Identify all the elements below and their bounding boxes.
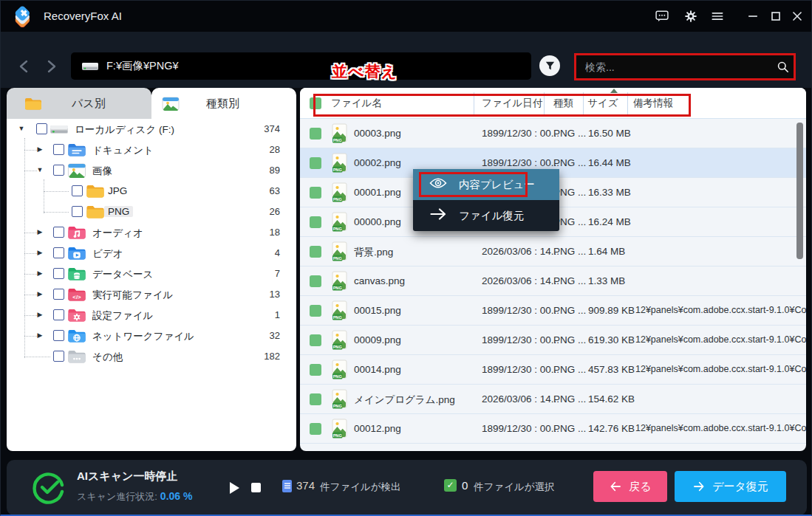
table-row[interactable]: PNG背景.png2026/03/06 : 14...PNG ...1.64 M… xyxy=(300,237,806,266)
png-file-icon: PNG xyxy=(331,123,348,144)
tree-checkbox[interactable] xyxy=(53,268,64,279)
tree-item[interactable]: ▶オーディオ18 xyxy=(7,222,296,243)
search-icon[interactable] xyxy=(771,60,794,74)
tree-checkbox[interactable] xyxy=(53,351,64,362)
expander-icon[interactable]: ▶ xyxy=(35,331,44,339)
expander-icon[interactable]: ▼ xyxy=(17,125,26,132)
tree-checkbox[interactable] xyxy=(53,165,64,176)
tree-checkbox[interactable] xyxy=(53,330,64,341)
tree-item[interactable]: ▶ドキュメント28 xyxy=(7,140,296,160)
column-separator[interactable] xyxy=(583,92,584,114)
row-checkbox[interactable] xyxy=(310,157,321,169)
column-separator[interactable] xyxy=(474,92,474,114)
tree-item-count: 13 xyxy=(270,289,280,300)
expander-icon[interactable]: ▶ xyxy=(35,269,44,277)
column-header-3[interactable]: 種類 xyxy=(553,97,573,110)
tree-item-label: 設定ファイル xyxy=(92,309,153,323)
context-menu-item[interactable]: 内容プレビュー xyxy=(413,169,559,200)
tree-checkbox[interactable] xyxy=(53,227,64,238)
photo-icon xyxy=(67,163,86,178)
context-menu-item[interactable]: ファイル復元 xyxy=(413,200,559,231)
table-row[interactable]: PNG00003.png1899/12/30 : 00...PNG ...16.… xyxy=(300,119,806,148)
row-checkbox[interactable] xyxy=(310,305,321,317)
column-separator[interactable] xyxy=(544,92,545,114)
table-row[interactable]: PNG00014.png1899/12/30 : 00...PNG ...457… xyxy=(300,355,806,385)
app-logo-icon xyxy=(10,4,35,29)
table-row[interactable]: PNG00015.png1899/12/30 : 00...PNG ...909… xyxy=(300,296,806,326)
column-header-5[interactable]: 備考情報 xyxy=(633,97,673,110)
feedback-icon[interactable] xyxy=(653,7,671,25)
back-step-button[interactable]: 戻る xyxy=(593,471,667,502)
tree-item-count: 1 xyxy=(275,309,280,320)
annotation-sort-label: 並べ替え xyxy=(332,61,398,82)
search-box xyxy=(574,53,796,80)
tree-checkbox[interactable] xyxy=(53,289,64,300)
tree-checkbox[interactable] xyxy=(72,185,83,196)
row-checkbox[interactable] xyxy=(310,393,321,405)
tree-item[interactable]: ▶ビデオ4 xyxy=(7,243,296,264)
expander-icon[interactable]: ▶ xyxy=(35,145,44,153)
table-row[interactable]: PNG00012.png1899/12/30 : 00...PNG ...142… xyxy=(300,414,806,444)
forward-button[interactable] xyxy=(41,55,63,78)
expander-icon[interactable]: ▶ xyxy=(35,290,44,297)
current-path: F:¥画像¥PNG¥ xyxy=(106,59,179,73)
png-file-icon: PNG xyxy=(331,182,348,203)
row-checkbox[interactable] xyxy=(310,423,321,435)
row-checkbox[interactable] xyxy=(310,216,321,228)
settings-gear-icon[interactable] xyxy=(682,7,700,25)
expander-icon[interactable]: ▶ xyxy=(35,249,44,256)
search-input[interactable] xyxy=(576,61,771,73)
tree-checkbox[interactable] xyxy=(36,123,47,134)
vertical-scrollbar[interactable] xyxy=(796,123,803,259)
menu-icon[interactable] xyxy=(709,7,726,25)
table-row[interactable]: PNGcanvas.png2026/03/06 : 14...PNG ...1.… xyxy=(300,266,806,296)
column-header-2[interactable]: ファイル日付 xyxy=(482,97,542,110)
select-all-checkbox[interactable] xyxy=(310,97,321,109)
tree-item[interactable]: ▶ネットワークファイル32 xyxy=(7,326,296,346)
back-button[interactable] xyxy=(13,55,35,78)
minimize-button[interactable] xyxy=(744,7,762,25)
maximize-button[interactable] xyxy=(767,7,785,25)
tab-by-path[interactable]: パス別 xyxy=(7,88,151,119)
row-checkbox[interactable] xyxy=(310,364,321,376)
row-checkbox[interactable] xyxy=(310,246,321,258)
tree-checkbox[interactable] xyxy=(53,247,64,258)
path-bar[interactable]: F:¥画像¥PNG¥ xyxy=(71,52,531,80)
expander-icon[interactable]: ▶ xyxy=(35,311,44,318)
tree-connector-stub xyxy=(24,233,37,233)
cell-type: PNG ... xyxy=(553,275,586,286)
tree-item[interactable]: ▼ローカルディスク (F:)374 xyxy=(7,119,296,140)
column-header-1[interactable]: ファイル名 xyxy=(331,97,382,110)
filter-button[interactable] xyxy=(539,55,560,76)
tree-item[interactable]: ▶</>実行可能ファイル13 xyxy=(7,284,296,305)
tab-by-type[interactable]: 種類別 xyxy=(151,88,296,119)
scan-status-icon xyxy=(32,471,66,505)
column-separator[interactable] xyxy=(627,92,628,114)
row-checkbox[interactable] xyxy=(310,187,321,199)
row-checkbox[interactable] xyxy=(310,128,321,140)
tree-item[interactable]: ▼画像89 xyxy=(7,160,296,181)
svg-text:PNG: PNG xyxy=(333,256,342,261)
tree-connector-stub xyxy=(24,315,37,316)
stop-scan-button[interactable] xyxy=(251,483,261,492)
resume-scan-button[interactable] xyxy=(230,482,239,494)
tree-item[interactable]: ▶設定ファイル1 xyxy=(7,305,296,326)
tree-checkbox[interactable] xyxy=(72,206,83,217)
tree-checkbox[interactable] xyxy=(53,309,64,320)
cell-type: PNG ... xyxy=(553,393,586,405)
sort-indicator-icon[interactable] xyxy=(610,89,618,93)
close-button[interactable] xyxy=(788,7,806,25)
row-checkbox[interactable] xyxy=(310,275,321,287)
row-checkbox[interactable] xyxy=(310,334,321,346)
expander-icon[interactable]: ▼ xyxy=(35,166,44,173)
cell-note: 12¥panels¥com.adobe.ccx.start-9.1.0¥Co..… xyxy=(635,364,806,374)
expander-icon[interactable]: ▶ xyxy=(35,228,44,235)
table-row[interactable]: PNG00009.png1899/12/30 : 00...PNG ...619… xyxy=(300,326,806,355)
selected-files-checkbox[interactable]: ✓ xyxy=(444,479,457,492)
recover-data-button[interactable]: データ復元 xyxy=(675,471,786,502)
folder-other-icon xyxy=(67,349,86,364)
tree-item[interactable]: ▶データベース7 xyxy=(7,264,296,284)
table-row[interactable]: PNGメインプログラム.png2026/03/06 : 14...PNG ...… xyxy=(300,385,806,414)
column-header-4[interactable]: サイズ xyxy=(587,97,618,110)
tree-checkbox[interactable] xyxy=(53,144,64,155)
